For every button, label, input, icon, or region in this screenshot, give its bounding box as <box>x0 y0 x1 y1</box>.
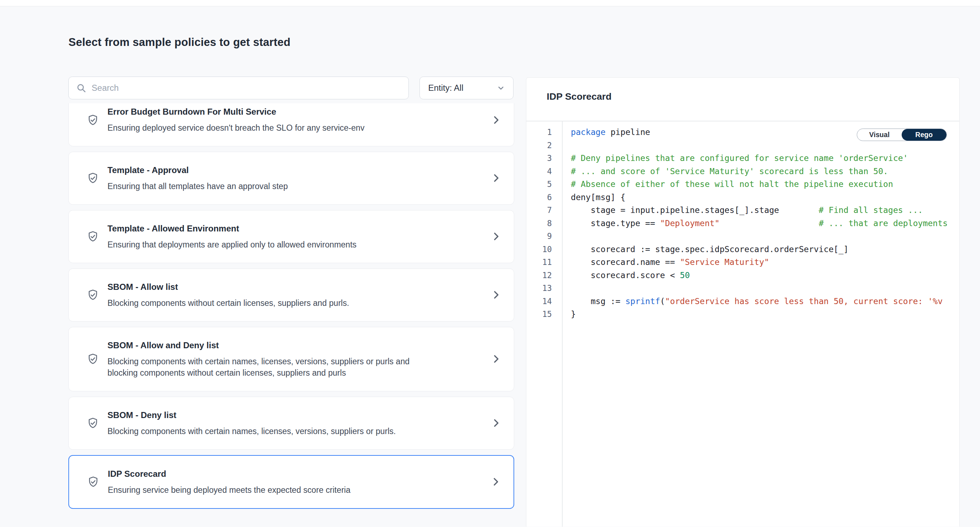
search-box <box>68 76 409 99</box>
code-line: # ... and score of 'Service Maturity' sc… <box>571 165 959 178</box>
line-number: 4 <box>526 165 552 178</box>
line-number: 1 <box>526 126 552 139</box>
top-bar <box>0 0 980 6</box>
policy-title: SBOM - Allow list <box>108 281 476 293</box>
policy-detail-panel: IDP Scorecard 123456789101112131415 pack… <box>526 77 960 527</box>
policy-title: Template - Allowed Environment <box>108 223 476 234</box>
line-number: 11 <box>526 256 552 269</box>
policy-title: Error Budget Burndown For Multi Service <box>108 106 476 118</box>
policy-shield-check-icon <box>86 114 99 126</box>
line-number: 6 <box>526 191 552 204</box>
policy-card[interactable]: Template - ApprovalEnsuring that all tem… <box>68 152 514 205</box>
chevron-right-icon <box>491 115 501 125</box>
entity-filter-label: Entity: All <box>428 83 463 93</box>
panel-divider <box>526 121 959 121</box>
code-line: msg := sprintf("orderService has score l… <box>571 295 959 308</box>
rego-toggle-button[interactable]: Rego <box>902 129 946 141</box>
line-number: 2 <box>526 139 552 152</box>
code-line: deny[msg] { <box>571 191 959 204</box>
line-number: 7 <box>526 204 552 217</box>
policy-list: Error Budget Burndown For Multi ServiceE… <box>68 103 514 509</box>
chevron-right-icon <box>491 173 501 183</box>
visual-toggle-button[interactable]: Visual <box>857 129 902 141</box>
policy-card[interactable]: Template - Allowed EnvironmentEnsuring t… <box>68 210 514 263</box>
chevron-right-icon <box>491 477 501 487</box>
line-number: 12 <box>526 269 552 282</box>
line-number: 5 <box>526 178 552 191</box>
code-editor[interactable]: package pipeline# Deny pipelines that ar… <box>571 126 959 527</box>
policy-description: Blocking components with certain names, … <box>108 356 425 379</box>
code-line: # Deny pipelines that are configured for… <box>571 152 959 164</box>
gutter-divider <box>562 121 563 527</box>
policy-card[interactable]: IDP ScorecardEnsuring service being depl… <box>68 455 514 509</box>
search-input[interactable] <box>92 83 401 93</box>
policy-shield-check-icon <box>86 289 99 302</box>
code-line: scorecard.score < 50 <box>571 269 959 282</box>
page-title: Select from sample policies to get start… <box>68 36 291 49</box>
policy-description: Ensuring service being deployed meets th… <box>108 484 425 496</box>
policy-description: Blocking components with certain names, … <box>108 425 425 437</box>
line-number: 10 <box>526 243 552 256</box>
policy-title: SBOM - Allow and Deny list <box>108 340 476 351</box>
detail-panel-title: IDP Scorecard <box>547 91 611 102</box>
chevron-right-icon <box>491 354 501 364</box>
policy-description: Ensuring that deployments are applied on… <box>108 239 425 250</box>
policy-card[interactable]: SBOM - Allow listBlocking components wit… <box>68 269 514 322</box>
code-line: scorecard := stage.spec.idpScorecard.ord… <box>571 243 959 256</box>
code-view-toggle: Visual Rego <box>857 129 947 142</box>
policy-description: Blocking components without certain lice… <box>108 297 425 309</box>
policy-card[interactable]: Error Budget Burndown For Multi ServiceE… <box>68 103 514 146</box>
code-line: # Absence of either of these will not ha… <box>571 178 959 191</box>
policy-shield-check-icon <box>86 172 99 185</box>
policy-title: IDP Scorecard <box>108 468 476 480</box>
policy-card[interactable]: SBOM - Allow and Deny listBlocking compo… <box>68 327 514 392</box>
policy-description: Ensuring that all templates have an appr… <box>108 180 425 192</box>
code-line: stage.type == "Deployment" # ... that ar… <box>571 217 959 230</box>
chevron-right-icon <box>491 290 501 300</box>
chevron-right-icon <box>491 231 501 241</box>
code-line: } <box>571 308 959 320</box>
code-line: scorecard.name == "Service Maturity" <box>571 256 959 269</box>
policy-description: Ensuring deployed service doesn't breach… <box>108 122 425 134</box>
policy-shield-check-icon <box>86 230 99 243</box>
policy-shield-check-icon <box>87 476 100 489</box>
line-number: 15 <box>526 308 552 320</box>
policy-card[interactable]: SBOM - Deny listBlocking components with… <box>68 396 514 450</box>
search-icon <box>76 83 86 93</box>
code-line <box>571 282 959 295</box>
line-number: 3 <box>526 152 552 164</box>
policy-title: Template - Approval <box>108 164 476 176</box>
line-number: 13 <box>526 282 552 295</box>
chevron-down-icon <box>497 84 505 92</box>
entity-filter-select[interactable]: Entity: All <box>420 76 513 99</box>
policy-title: SBOM - Deny list <box>108 409 476 421</box>
policy-shield-check-icon <box>86 353 99 366</box>
line-number: 9 <box>526 230 552 242</box>
line-number-gutter: 123456789101112131415 <box>526 126 562 320</box>
policy-shield-check-icon <box>86 417 99 430</box>
line-number: 14 <box>526 295 552 308</box>
chevron-right-icon <box>491 418 501 428</box>
code-line <box>571 230 959 242</box>
policy-list-scroll[interactable]: Error Budget Burndown For Multi ServiceE… <box>68 103 514 527</box>
line-number: 8 <box>526 217 552 230</box>
code-line: stage = input.pipeline.stages[_].stage #… <box>571 204 959 217</box>
